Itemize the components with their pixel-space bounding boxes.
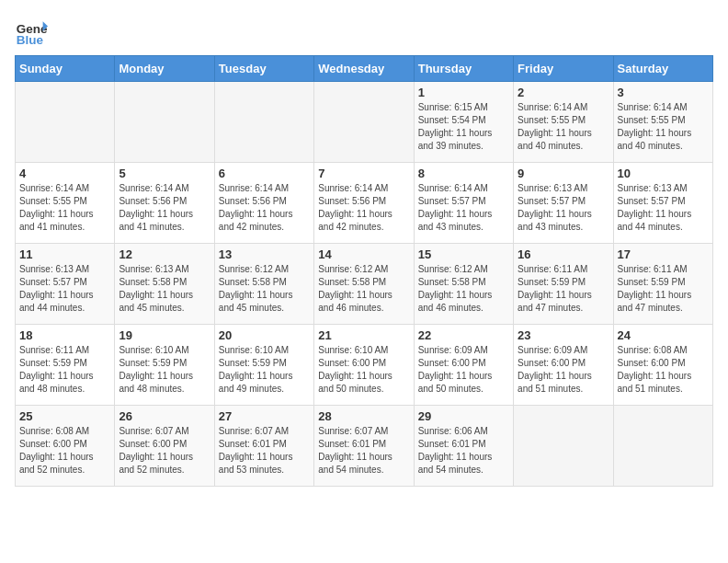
day-info: Sunrise: 6:11 AM Sunset: 5:59 PM Dayligh… [618,263,709,315]
day-number: 20 [219,328,310,342]
day-number: 8 [418,167,509,180]
day-info: Sunrise: 6:10 AM Sunset: 6:00 PM Dayligh… [318,344,409,396]
calendar-cell: 28Sunrise: 6:07 AM Sunset: 6:01 PM Dayli… [314,406,414,487]
day-info: Sunrise: 6:12 AM Sunset: 5:58 PM Dayligh… [418,263,509,315]
day-number: 15 [418,247,509,261]
week-row-2: 4Sunrise: 6:14 AM Sunset: 5:55 PM Daylig… [16,163,713,244]
day-info: Sunrise: 6:09 AM Sunset: 6:00 PM Dayligh… [418,344,509,396]
calendar-cell [214,82,313,163]
day-number: 7 [318,167,409,180]
calendar-cell: 5Sunrise: 6:14 AM Sunset: 5:56 PM Daylig… [115,163,214,244]
calendar-cell: 22Sunrise: 6:09 AM Sunset: 6:00 PM Dayli… [414,325,513,406]
calendar-table: SundayMondayTuesdayWednesdayThursdayFrid… [15,55,713,487]
col-header-tuesday: Tuesday [214,56,313,82]
day-number: 23 [518,328,609,342]
col-header-monday: Monday [115,56,214,82]
calendar-cell: 25Sunrise: 6:08 AM Sunset: 6:00 PM Dayli… [16,406,115,487]
calendar-cell: 23Sunrise: 6:09 AM Sunset: 6:00 PM Dayli… [514,325,613,406]
calendar-cell: 12Sunrise: 6:13 AM Sunset: 5:58 PM Dayli… [115,244,214,325]
day-info: Sunrise: 6:10 AM Sunset: 5:59 PM Dayligh… [119,344,210,396]
svg-text:Blue: Blue [17,33,44,47]
col-header-thursday: Thursday [414,56,513,82]
page-header: General Blue [15,15,713,48]
calendar-cell: 17Sunrise: 6:11 AM Sunset: 5:59 PM Dayli… [613,244,712,325]
day-info: Sunrise: 6:13 AM Sunset: 5:57 PM Dayligh… [19,263,110,315]
day-info: Sunrise: 6:12 AM Sunset: 5:58 PM Dayligh… [318,263,409,315]
day-info: Sunrise: 6:11 AM Sunset: 5:59 PM Dayligh… [19,344,110,396]
day-number: 28 [318,409,409,423]
calendar-cell: 10Sunrise: 6:13 AM Sunset: 5:57 PM Dayli… [613,163,712,244]
day-number: 6 [219,167,310,180]
calendar-cell: 11Sunrise: 6:13 AM Sunset: 5:57 PM Dayli… [16,244,115,325]
day-info: Sunrise: 6:07 AM Sunset: 6:01 PM Dayligh… [219,425,310,477]
calendar-cell: 15Sunrise: 6:12 AM Sunset: 5:58 PM Dayli… [414,244,513,325]
day-number: 13 [219,247,310,261]
calendar-cell: 27Sunrise: 6:07 AM Sunset: 6:01 PM Dayli… [214,406,313,487]
day-info: Sunrise: 6:14 AM Sunset: 5:55 PM Dayligh… [19,182,110,234]
calendar-cell: 1Sunrise: 6:15 AM Sunset: 5:54 PM Daylig… [414,82,513,163]
day-number: 12 [119,247,210,261]
day-info: Sunrise: 6:11 AM Sunset: 5:59 PM Dayligh… [518,263,609,315]
calendar-cell [514,406,613,487]
calendar-cell: 2Sunrise: 6:14 AM Sunset: 5:55 PM Daylig… [514,82,613,163]
day-info: Sunrise: 6:14 AM Sunset: 5:56 PM Dayligh… [219,182,310,234]
day-number: 21 [318,328,409,342]
day-number: 3 [618,86,709,99]
calendar-cell: 29Sunrise: 6:06 AM Sunset: 6:01 PM Dayli… [414,406,513,487]
day-number: 14 [318,247,409,261]
day-number: 16 [518,247,609,261]
week-row-5: 25Sunrise: 6:08 AM Sunset: 6:00 PM Dayli… [16,406,713,487]
calendar-cell: 24Sunrise: 6:08 AM Sunset: 6:00 PM Dayli… [613,325,712,406]
week-row-3: 11Sunrise: 6:13 AM Sunset: 5:57 PM Dayli… [16,244,713,325]
calendar-cell [115,82,214,163]
week-row-1: 1Sunrise: 6:15 AM Sunset: 5:54 PM Daylig… [16,82,713,163]
day-info: Sunrise: 6:14 AM Sunset: 5:57 PM Dayligh… [418,182,509,234]
day-number: 19 [119,328,210,342]
logo-icon: General Blue [15,15,48,48]
calendar-cell: 4Sunrise: 6:14 AM Sunset: 5:55 PM Daylig… [16,163,115,244]
col-header-wednesday: Wednesday [314,56,414,82]
calendar-cell: 18Sunrise: 6:11 AM Sunset: 5:59 PM Dayli… [16,325,115,406]
calendar-cell: 13Sunrise: 6:12 AM Sunset: 5:58 PM Dayli… [214,244,313,325]
calendar-cell: 16Sunrise: 6:11 AM Sunset: 5:59 PM Dayli… [514,244,613,325]
day-number: 18 [19,328,110,342]
day-info: Sunrise: 6:08 AM Sunset: 6:00 PM Dayligh… [19,425,110,477]
day-info: Sunrise: 6:14 AM Sunset: 5:55 PM Dayligh… [618,101,709,153]
day-info: Sunrise: 6:08 AM Sunset: 6:00 PM Dayligh… [618,344,709,396]
calendar-cell: 21Sunrise: 6:10 AM Sunset: 6:00 PM Dayli… [314,325,414,406]
day-number: 5 [119,167,210,180]
calendar-cell: 3Sunrise: 6:14 AM Sunset: 5:55 PM Daylig… [613,82,712,163]
day-number: 25 [19,409,110,423]
day-number: 22 [418,328,509,342]
day-info: Sunrise: 6:09 AM Sunset: 6:00 PM Dayligh… [518,344,609,396]
day-number: 9 [518,167,609,180]
calendar-cell: 8Sunrise: 6:14 AM Sunset: 5:57 PM Daylig… [414,163,513,244]
calendar-cell [16,82,115,163]
day-info: Sunrise: 6:10 AM Sunset: 5:59 PM Dayligh… [219,344,310,396]
calendar-cell: 19Sunrise: 6:10 AM Sunset: 5:59 PM Dayli… [115,325,214,406]
day-info: Sunrise: 6:14 AM Sunset: 5:55 PM Dayligh… [518,101,609,153]
calendar-cell: 26Sunrise: 6:07 AM Sunset: 6:00 PM Dayli… [115,406,214,487]
col-header-saturday: Saturday [613,56,712,82]
col-header-friday: Friday [514,56,613,82]
day-info: Sunrise: 6:13 AM Sunset: 5:57 PM Dayligh… [618,182,709,234]
day-info: Sunrise: 6:14 AM Sunset: 5:56 PM Dayligh… [119,182,210,234]
day-number: 24 [618,328,709,342]
calendar-header-row: SundayMondayTuesdayWednesdayThursdayFrid… [16,56,713,82]
day-number: 26 [119,409,210,423]
day-info: Sunrise: 6:07 AM Sunset: 6:01 PM Dayligh… [318,425,409,477]
day-info: Sunrise: 6:13 AM Sunset: 5:58 PM Dayligh… [119,263,210,315]
day-number: 2 [518,86,609,99]
calendar-cell [613,406,712,487]
day-info: Sunrise: 6:06 AM Sunset: 6:01 PM Dayligh… [418,425,509,477]
day-info: Sunrise: 6:12 AM Sunset: 5:58 PM Dayligh… [219,263,310,315]
day-number: 17 [618,247,709,261]
day-info: Sunrise: 6:07 AM Sunset: 6:00 PM Dayligh… [119,425,210,477]
day-info: Sunrise: 6:14 AM Sunset: 5:56 PM Dayligh… [318,182,409,234]
calendar-cell: 14Sunrise: 6:12 AM Sunset: 5:58 PM Dayli… [314,244,414,325]
day-number: 10 [618,167,709,180]
calendar-cell: 7Sunrise: 6:14 AM Sunset: 5:56 PM Daylig… [314,163,414,244]
day-info: Sunrise: 6:15 AM Sunset: 5:54 PM Dayligh… [418,101,509,153]
day-info: Sunrise: 6:13 AM Sunset: 5:57 PM Dayligh… [518,182,609,234]
day-number: 11 [19,247,110,261]
